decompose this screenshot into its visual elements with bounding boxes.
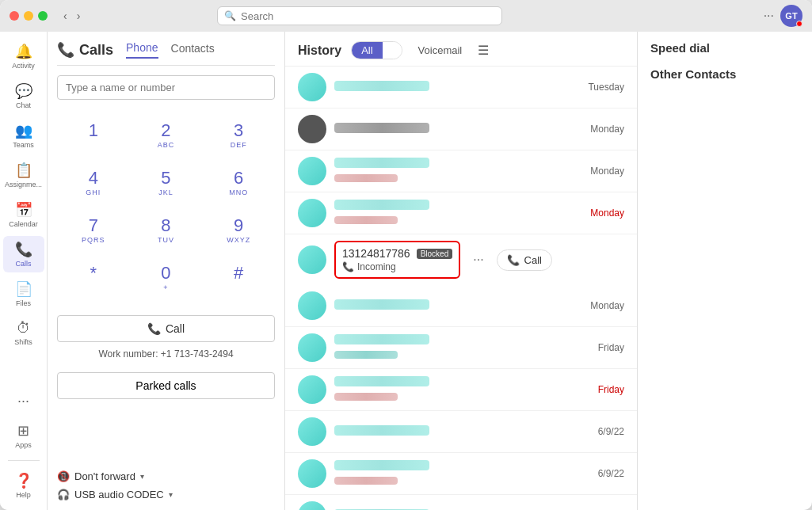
voicemail-tab[interactable]: Voicemail xyxy=(412,42,469,59)
dial-key-star[interactable]: * xyxy=(57,255,130,303)
history-item[interactable]: Tuesday xyxy=(285,67,637,108)
avatar xyxy=(298,459,326,488)
dial-key-7[interactable]: 7PQRS xyxy=(57,207,130,255)
contact-info xyxy=(334,157,582,185)
dont-forward-option[interactable]: 📵 Don't forward ▾ xyxy=(57,470,275,482)
history-item[interactable]: 6/9/22 xyxy=(285,411,637,453)
parked-calls-button[interactable]: Parked calls xyxy=(57,372,275,399)
more-options-button[interactable]: ··· xyxy=(764,9,774,23)
contact-info xyxy=(334,299,582,313)
dial-key-9[interactable]: 9WXYZ xyxy=(202,207,275,255)
filter-all-button[interactable]: All xyxy=(352,42,382,59)
files-icon: 📄 xyxy=(15,280,32,298)
traffic-lights xyxy=(10,11,48,21)
sidebar-item-activity[interactable]: 🔔 Activity xyxy=(3,38,44,74)
dial-key-0[interactable]: 0+ xyxy=(130,255,203,303)
contact-name-blurred xyxy=(334,425,429,436)
incoming-call-icon: 📞 xyxy=(342,261,354,272)
speed-dial-title: Speed dial xyxy=(650,41,799,55)
assignments-icon: 📋 xyxy=(15,162,32,179)
contact-name-blurred xyxy=(334,123,429,133)
forward-button[interactable]: › xyxy=(74,8,84,24)
minimize-button[interactable] xyxy=(24,11,33,21)
status-dot xyxy=(796,21,802,27)
contact-sub-blurred xyxy=(334,174,398,182)
shifts-icon: ⏱ xyxy=(17,320,31,337)
history-item[interactable]: Friday xyxy=(285,369,637,411)
sidebar-item-help[interactable]: ❓ Help xyxy=(3,467,44,504)
bottom-options: 📵 Don't forward ▾ 🎧 USB audio CODEC ▾ xyxy=(57,470,275,500)
sidebar-item-teams[interactable]: 👥 Teams xyxy=(3,117,44,154)
dial-key-6[interactable]: 6MNO xyxy=(202,160,275,207)
call-date: 6/9/22 xyxy=(598,426,624,437)
history-item[interactable]: Monday xyxy=(285,192,637,234)
call-button[interactable]: 📞 Call xyxy=(57,315,275,342)
contact-name-blurred xyxy=(334,376,429,386)
dial-key-2[interactable]: 2ABC xyxy=(130,112,203,160)
contact-info xyxy=(334,459,590,488)
call-phone-icon: 📞 xyxy=(147,322,161,335)
sidebar-item-more[interactable]: ··· xyxy=(3,388,44,414)
active-call-type: 📞 Incoming xyxy=(342,261,452,272)
contact-name-blurred xyxy=(334,334,429,344)
history-item[interactable]: 6/9/22 xyxy=(285,453,637,495)
history-item[interactable]: Monday xyxy=(285,285,637,327)
global-search-bar: 🔍 xyxy=(217,6,502,25)
content-area: 📞 Calls Phone Contacts 1 2ABC 3DEF 4GHI … xyxy=(48,32,812,510)
history-item[interactable]: Monday xyxy=(285,150,637,192)
sidebar-item-assignments[interactable]: 📋 Assignme... xyxy=(3,157,44,193)
usb-audio-option[interactable]: 🎧 USB audio CODEC ▾ xyxy=(57,489,275,500)
avatar xyxy=(298,501,326,510)
sidebar-item-calendar[interactable]: 📅 Calendar xyxy=(3,196,44,233)
sidebar-item-calls[interactable]: 📞 Calls xyxy=(3,236,44,272)
call-date: Monday xyxy=(590,124,624,135)
avatar xyxy=(298,417,326,446)
contact-name-blurred xyxy=(334,81,429,91)
sidebar-item-files[interactable]: 📄 Files xyxy=(3,276,44,312)
chat-icon: 💬 xyxy=(15,82,32,100)
filter-missed-button[interactable] xyxy=(383,42,402,59)
dial-key-5[interactable]: 5JKL xyxy=(130,160,203,207)
calls-left-panel: 📞 Calls Phone Contacts 1 2ABC 3DEF 4GHI … xyxy=(48,32,285,510)
dial-key-hash[interactable]: # xyxy=(202,255,275,303)
back-button[interactable]: ‹ xyxy=(60,8,71,24)
call-action-button[interactable]: 📞 Call xyxy=(497,249,552,271)
contact-sub-blurred xyxy=(334,393,398,401)
history-item[interactable]: Monday xyxy=(285,108,637,150)
history-item-active[interactable]: 13124817786 Blocked 📞 Incoming ··· 📞 Ca xyxy=(285,234,637,285)
work-number: Work number: +1 713-743-2494 xyxy=(57,348,275,360)
titlebar-right: ··· GT xyxy=(764,5,802,27)
activity-icon: 🔔 xyxy=(15,43,32,60)
call-date: 6/9/22 xyxy=(598,468,624,479)
contact-name-blurred xyxy=(334,299,429,310)
dial-key-4[interactable]: 4GHI xyxy=(57,160,130,207)
call-date: Friday xyxy=(598,384,624,395)
filter-icon-button[interactable]: ☰ xyxy=(478,43,489,58)
sidebar-item-chat[interactable]: 💬 Chat xyxy=(3,78,44,114)
close-button[interactable] xyxy=(10,11,19,21)
avatar xyxy=(298,115,326,143)
history-item[interactable]: Friday xyxy=(285,327,637,369)
dial-key-8[interactable]: 8TUV xyxy=(130,207,203,255)
name-number-input[interactable] xyxy=(57,75,275,100)
apps-icon: ⊞ xyxy=(17,422,29,440)
history-filter-tabs: All xyxy=(351,41,402,59)
contact-sub-blurred xyxy=(334,477,398,485)
history-item[interactable]: 6/9/22 xyxy=(285,495,637,510)
sidebar-item-apps[interactable]: ⊞ Apps xyxy=(3,417,44,454)
user-avatar-button[interactable]: GT xyxy=(780,5,802,27)
contact-sub-blurred xyxy=(334,216,398,224)
tab-contacts[interactable]: Contacts xyxy=(171,42,215,58)
dial-key-3[interactable]: 3DEF xyxy=(202,112,275,160)
tab-phone[interactable]: Phone xyxy=(126,41,158,59)
maximize-button[interactable] xyxy=(38,11,48,21)
call-date: Tuesday xyxy=(588,82,624,93)
calls-title-icon: 📞 xyxy=(57,41,74,59)
more-icon: ··· xyxy=(17,393,29,409)
dial-key-1[interactable]: 1 xyxy=(57,112,130,160)
nav-arrows: ‹ › xyxy=(60,8,83,24)
sidebar-item-shifts[interactable]: ⏱ Shifts xyxy=(3,315,44,351)
contact-info xyxy=(334,375,590,404)
search-input[interactable] xyxy=(241,10,495,22)
more-options-button[interactable]: ··· xyxy=(468,251,488,268)
